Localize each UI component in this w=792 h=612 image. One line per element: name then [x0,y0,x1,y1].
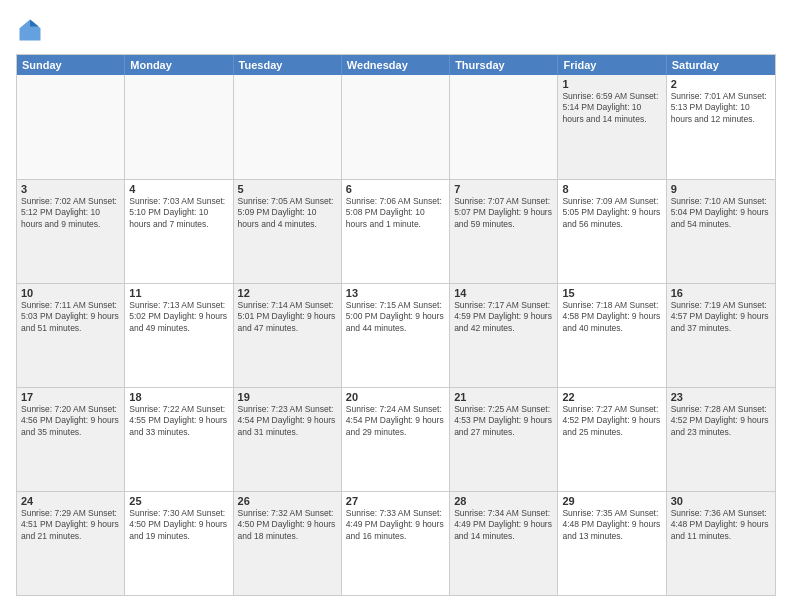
day-number: 14 [454,287,553,299]
day-info: Sunrise: 7:35 AM Sunset: 4:48 PM Dayligh… [562,508,661,542]
day-number: 9 [671,183,771,195]
day-info: Sunrise: 7:06 AM Sunset: 5:08 PM Dayligh… [346,196,445,230]
day-info: Sunrise: 7:25 AM Sunset: 4:53 PM Dayligh… [454,404,553,438]
day-info: Sunrise: 7:14 AM Sunset: 5:01 PM Dayligh… [238,300,337,334]
calendar-row: 17Sunrise: 7:20 AM Sunset: 4:56 PM Dayli… [17,387,775,491]
day-info: Sunrise: 6:59 AM Sunset: 5:14 PM Dayligh… [562,91,661,125]
calendar-cell: 8Sunrise: 7:09 AM Sunset: 5:05 PM Daylig… [558,180,666,283]
header-cell-sunday: Sunday [17,55,125,75]
calendar-cell: 4Sunrise: 7:03 AM Sunset: 5:10 PM Daylig… [125,180,233,283]
calendar-cell: 5Sunrise: 7:05 AM Sunset: 5:09 PM Daylig… [234,180,342,283]
day-number: 7 [454,183,553,195]
calendar-cell: 6Sunrise: 7:06 AM Sunset: 5:08 PM Daylig… [342,180,450,283]
header-cell-tuesday: Tuesday [234,55,342,75]
day-info: Sunrise: 7:34 AM Sunset: 4:49 PM Dayligh… [454,508,553,542]
calendar-cell: 21Sunrise: 7:25 AM Sunset: 4:53 PM Dayli… [450,388,558,491]
day-number: 12 [238,287,337,299]
calendar-row: 1Sunrise: 6:59 AM Sunset: 5:14 PM Daylig… [17,75,775,179]
calendar-cell: 28Sunrise: 7:34 AM Sunset: 4:49 PM Dayli… [450,492,558,595]
day-info: Sunrise: 7:18 AM Sunset: 4:58 PM Dayligh… [562,300,661,334]
calendar-cell: 11Sunrise: 7:13 AM Sunset: 5:02 PM Dayli… [125,284,233,387]
day-number: 17 [21,391,120,403]
calendar-header: SundayMondayTuesdayWednesdayThursdayFrid… [17,55,775,75]
logo-icon [16,16,44,44]
calendar: SundayMondayTuesdayWednesdayThursdayFrid… [16,54,776,596]
day-number: 10 [21,287,120,299]
calendar-cell: 17Sunrise: 7:20 AM Sunset: 4:56 PM Dayli… [17,388,125,491]
calendar-cell: 13Sunrise: 7:15 AM Sunset: 5:00 PM Dayli… [342,284,450,387]
calendar-cell: 29Sunrise: 7:35 AM Sunset: 4:48 PM Dayli… [558,492,666,595]
day-info: Sunrise: 7:24 AM Sunset: 4:54 PM Dayligh… [346,404,445,438]
day-number: 18 [129,391,228,403]
day-number: 5 [238,183,337,195]
calendar-cell: 2Sunrise: 7:01 AM Sunset: 5:13 PM Daylig… [667,75,775,179]
calendar-cell: 14Sunrise: 7:17 AM Sunset: 4:59 PM Dayli… [450,284,558,387]
day-number: 13 [346,287,445,299]
day-info: Sunrise: 7:11 AM Sunset: 5:03 PM Dayligh… [21,300,120,334]
calendar-cell [450,75,558,179]
day-info: Sunrise: 7:03 AM Sunset: 5:10 PM Dayligh… [129,196,228,230]
day-number: 4 [129,183,228,195]
calendar-cell: 7Sunrise: 7:07 AM Sunset: 5:07 PM Daylig… [450,180,558,283]
header-cell-thursday: Thursday [450,55,558,75]
day-info: Sunrise: 7:28 AM Sunset: 4:52 PM Dayligh… [671,404,771,438]
day-info: Sunrise: 7:01 AM Sunset: 5:13 PM Dayligh… [671,91,771,125]
day-info: Sunrise: 7:02 AM Sunset: 5:12 PM Dayligh… [21,196,120,230]
day-info: Sunrise: 7:05 AM Sunset: 5:09 PM Dayligh… [238,196,337,230]
svg-marker-2 [30,20,39,27]
day-info: Sunrise: 7:23 AM Sunset: 4:54 PM Dayligh… [238,404,337,438]
page: SundayMondayTuesdayWednesdayThursdayFrid… [0,0,792,612]
calendar-row: 10Sunrise: 7:11 AM Sunset: 5:03 PM Dayli… [17,283,775,387]
calendar-cell: 23Sunrise: 7:28 AM Sunset: 4:52 PM Dayli… [667,388,775,491]
day-number: 1 [562,78,661,90]
calendar-cell: 12Sunrise: 7:14 AM Sunset: 5:01 PM Dayli… [234,284,342,387]
calendar-row: 3Sunrise: 7:02 AM Sunset: 5:12 PM Daylig… [17,179,775,283]
calendar-body: 1Sunrise: 6:59 AM Sunset: 5:14 PM Daylig… [17,75,775,595]
day-number: 15 [562,287,661,299]
day-info: Sunrise: 7:15 AM Sunset: 5:00 PM Dayligh… [346,300,445,334]
header-cell-monday: Monday [125,55,233,75]
day-number: 24 [21,495,120,507]
day-info: Sunrise: 7:10 AM Sunset: 5:04 PM Dayligh… [671,196,771,230]
day-number: 21 [454,391,553,403]
calendar-cell: 25Sunrise: 7:30 AM Sunset: 4:50 PM Dayli… [125,492,233,595]
day-number: 22 [562,391,661,403]
calendar-cell [17,75,125,179]
calendar-cell: 18Sunrise: 7:22 AM Sunset: 4:55 PM Dayli… [125,388,233,491]
calendar-cell: 10Sunrise: 7:11 AM Sunset: 5:03 PM Dayli… [17,284,125,387]
day-info: Sunrise: 7:32 AM Sunset: 4:50 PM Dayligh… [238,508,337,542]
day-info: Sunrise: 7:09 AM Sunset: 5:05 PM Dayligh… [562,196,661,230]
day-number: 28 [454,495,553,507]
day-number: 29 [562,495,661,507]
calendar-cell: 22Sunrise: 7:27 AM Sunset: 4:52 PM Dayli… [558,388,666,491]
calendar-cell: 19Sunrise: 7:23 AM Sunset: 4:54 PM Dayli… [234,388,342,491]
calendar-cell: 15Sunrise: 7:18 AM Sunset: 4:58 PM Dayli… [558,284,666,387]
day-number: 26 [238,495,337,507]
header [16,16,776,44]
header-cell-wednesday: Wednesday [342,55,450,75]
day-info: Sunrise: 7:30 AM Sunset: 4:50 PM Dayligh… [129,508,228,542]
day-number: 16 [671,287,771,299]
logo [16,16,48,44]
day-number: 2 [671,78,771,90]
day-info: Sunrise: 7:13 AM Sunset: 5:02 PM Dayligh… [129,300,228,334]
day-info: Sunrise: 7:07 AM Sunset: 5:07 PM Dayligh… [454,196,553,230]
calendar-cell: 27Sunrise: 7:33 AM Sunset: 4:49 PM Dayli… [342,492,450,595]
header-cell-saturday: Saturday [667,55,775,75]
day-number: 11 [129,287,228,299]
calendar-cell [234,75,342,179]
calendar-cell: 24Sunrise: 7:29 AM Sunset: 4:51 PM Dayli… [17,492,125,595]
day-info: Sunrise: 7:20 AM Sunset: 4:56 PM Dayligh… [21,404,120,438]
calendar-cell [125,75,233,179]
day-info: Sunrise: 7:17 AM Sunset: 4:59 PM Dayligh… [454,300,553,334]
calendar-cell: 26Sunrise: 7:32 AM Sunset: 4:50 PM Dayli… [234,492,342,595]
calendar-cell: 16Sunrise: 7:19 AM Sunset: 4:57 PM Dayli… [667,284,775,387]
day-number: 19 [238,391,337,403]
day-info: Sunrise: 7:33 AM Sunset: 4:49 PM Dayligh… [346,508,445,542]
day-info: Sunrise: 7:29 AM Sunset: 4:51 PM Dayligh… [21,508,120,542]
day-info: Sunrise: 7:36 AM Sunset: 4:48 PM Dayligh… [671,508,771,542]
day-number: 23 [671,391,771,403]
calendar-cell: 9Sunrise: 7:10 AM Sunset: 5:04 PM Daylig… [667,180,775,283]
day-number: 8 [562,183,661,195]
calendar-cell: 1Sunrise: 6:59 AM Sunset: 5:14 PM Daylig… [558,75,666,179]
